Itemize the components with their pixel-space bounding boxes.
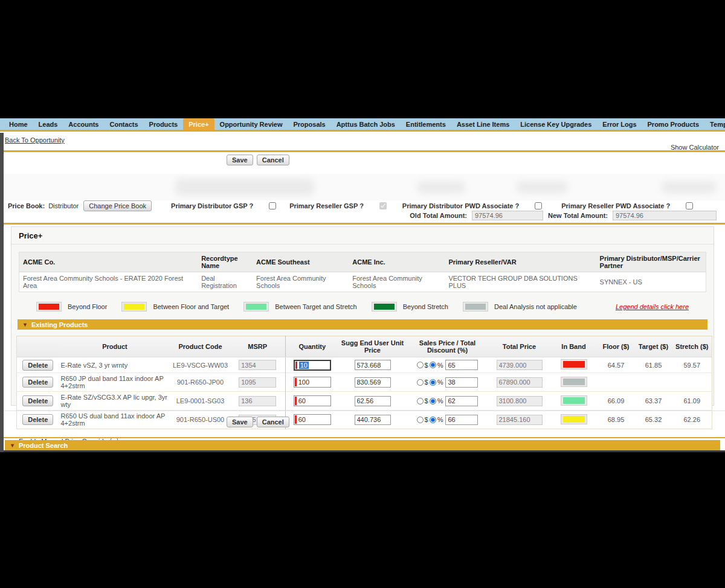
price-mode-dollar-radio[interactable]: [417, 362, 424, 368]
col-acme-inc: ACME Inc.: [349, 252, 445, 272]
tab-price-plus[interactable]: Price+: [183, 118, 214, 130]
legend-label-floor-target: Between Floor and Target: [153, 303, 229, 310]
price-book-label: Price Book:: [8, 202, 45, 209]
stretch-value: 59.57: [672, 357, 712, 373]
sugg-end-user-price-field[interactable]: [355, 360, 391, 370]
primary-distributor-gsp-checkbox[interactable]: [269, 202, 276, 209]
back-to-opportunity-link[interactable]: Back To Opportunity: [5, 136, 65, 144]
product-code: 901-R650-JP00: [171, 373, 230, 392]
collapse-icon: ▼: [10, 443, 15, 449]
primary-reseller-gsp-label: Primary Reseller GSP ?: [289, 202, 364, 209]
total-price-field: [497, 360, 543, 370]
delete-button[interactable]: Delete: [22, 395, 53, 406]
page-title: Price+: [11, 227, 714, 244]
price-mode-percent-radio[interactable]: [430, 379, 436, 386]
quantity-input[interactable]: [294, 377, 330, 387]
floor-value: 64.57: [598, 357, 635, 373]
col-quantity: Quantity: [286, 336, 339, 357]
sugg-end-user-price-field[interactable]: [355, 377, 391, 388]
discount-field[interactable]: [445, 396, 478, 406]
primary-distributor-pwd-checkbox[interactable]: [535, 202, 542, 209]
price-mode-percent-radio[interactable]: [430, 398, 436, 404]
price-mode-dollar-radio[interactable]: [417, 398, 424, 404]
col-recordtype-name: Recordtype Name: [198, 252, 253, 272]
dollar-symbol: $: [425, 379, 428, 386]
old-total-amount-label: Old Total Amount:: [410, 212, 467, 219]
quantity-field[interactable]: 10: [294, 360, 331, 371]
tab-apttus-batch-jobs[interactable]: Apttus Batch Jobs: [331, 118, 401, 130]
primary-reseller-pwd-checkbox[interactable]: [686, 202, 693, 209]
existing-products-table: Product Product Code MSRP Quantity Sugg …: [16, 336, 712, 429]
tab-asset-line-items[interactable]: Asset Line Items: [451, 118, 515, 130]
product-code: LE9-VSCG-WW03: [171, 357, 230, 373]
discount-field[interactable]: [445, 360, 478, 370]
cancel-button-bottom[interactable]: Cancel: [257, 417, 289, 427]
product-name: R650 JP dual band 11ax indoor AP 4+2strm: [59, 373, 171, 392]
delete-button[interactable]: Delete: [22, 377, 53, 388]
window-bottom-edge: [0, 450, 725, 452]
bottom-divider: [0, 411, 725, 411]
tab-templates[interactable]: Templates: [704, 118, 725, 130]
primary-distributor-pwd-label: Primary Distributor PWD Associate ?: [402, 202, 519, 209]
col-floor: Floor ($): [598, 336, 635, 357]
product-code: LE9-0001-SG03: [171, 392, 230, 411]
col-actions: [17, 336, 59, 357]
sugg-end-user-price-field[interactable]: [355, 396, 391, 406]
target-value: 61.85: [635, 357, 672, 373]
cancel-button-top[interactable]: Cancel: [257, 155, 289, 165]
msrp-field: [239, 360, 276, 370]
quantity-field[interactable]: [294, 377, 331, 388]
product-row-2: Delete R650 JP dual band 11ax indoor AP …: [17, 373, 712, 392]
tab-proposals[interactable]: Proposals: [288, 118, 330, 130]
primary-reseller-value: VECTOR TECH GROUP DBA SOLUTIONS PLUS: [445, 272, 596, 292]
tab-error-logs[interactable]: Error Logs: [597, 118, 642, 130]
stretch-value: [672, 373, 712, 392]
product-name: E-Rate vSZ, 3 yr wrnty: [59, 357, 171, 373]
discount-field[interactable]: [445, 377, 478, 388]
price-mode-percent-radio[interactable]: [430, 362, 436, 368]
legend-details-link[interactable]: Legend details click here: [616, 303, 689, 310]
dollar-symbol: $: [425, 362, 428, 369]
stretch-value: 61.09: [672, 392, 712, 411]
tab-leads[interactable]: Leads: [33, 118, 63, 130]
quantity-field[interactable]: [294, 395, 331, 406]
required-marker: [295, 362, 297, 369]
delete-button[interactable]: Delete: [22, 360, 53, 371]
product-search-label: Product Search: [19, 442, 68, 449]
tab-entitlements[interactable]: Entitlements: [401, 118, 451, 130]
price-book-row: Price Book: Distributor Change Price Boo…: [0, 200, 725, 211]
tab-home[interactable]: Home: [4, 118, 33, 130]
price-book-value: Distributor: [48, 202, 79, 209]
col-target: Target ($): [635, 336, 672, 357]
quantity-input[interactable]: [294, 396, 330, 406]
in-band-indicator: [561, 359, 587, 369]
col-sugg-price: Sugg End User Unit Price: [339, 336, 407, 357]
tab-opportunity-review[interactable]: Opportunity Review: [214, 118, 288, 130]
product-row-1: Delete E-Rate vSZ, 3 yr wrnty LE9-VSCG-W…: [17, 357, 712, 373]
new-total-amount-field: [613, 211, 717, 220]
tab-products[interactable]: Products: [144, 118, 184, 130]
existing-products-section-header[interactable]: ▼ Existing Products: [18, 319, 707, 330]
col-acme-southeast: ACME Southeast: [253, 252, 349, 272]
price-plus-panel: Price+ ACME Co. Recordtype Name ACME Sou…: [11, 226, 714, 406]
pricing-app-window: Home Leads Accounts Contacts Products Pr…: [0, 118, 725, 452]
col-stretch: Stretch ($): [672, 336, 712, 357]
save-button-top[interactable]: Save: [227, 155, 253, 165]
col-sales-discount: Sales Price / Total Discount (%): [407, 336, 489, 357]
price-mode-dollar-radio[interactable]: [417, 379, 424, 386]
tab-license-key-upgrades[interactable]: License Key Upgrades: [515, 118, 597, 130]
tab-promo-products[interactable]: Promo Products: [642, 118, 705, 130]
msrp-field: [239, 396, 276, 406]
tab-accounts[interactable]: Accounts: [63, 118, 104, 130]
save-button-bottom[interactable]: Save: [227, 417, 253, 427]
tab-contacts[interactable]: Contacts: [104, 118, 143, 130]
recordtype-value: Deal Registration: [198, 272, 253, 292]
target-value: 63.37: [635, 392, 672, 411]
gold-divider-mid: [0, 223, 725, 225]
acme-southeast-value: Forest Area Community Schools: [253, 272, 349, 292]
product-search-section-header[interactable]: ▼ Product Search: [5, 440, 720, 450]
change-price-book-button[interactable]: Change Price Book: [83, 200, 152, 211]
legend-swatch-beyond-floor: [36, 302, 62, 312]
primary-reseller-gsp-checkbox[interactable]: [379, 202, 387, 209]
legend-label-not-applicable: Deal Analysis not applicable: [494, 303, 577, 310]
